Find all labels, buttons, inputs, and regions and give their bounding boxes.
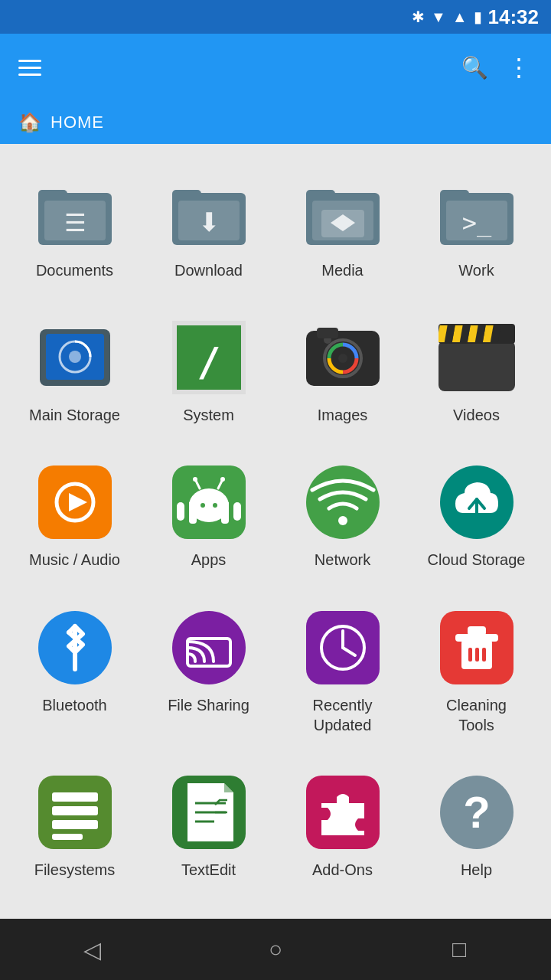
help-icon-wrapper: ? <box>439 774 515 851</box>
status-icons: ✱ ▼ ▲ ▮ 14:32 <box>412 5 539 29</box>
file-sharing-label: File Sharing <box>168 695 249 715</box>
hamburger-line-2 <box>18 67 41 69</box>
network-icon-wrapper <box>305 464 381 541</box>
home-button[interactable]: ○ <box>253 926 298 972</box>
more-options-button[interactable]: ⋮ <box>507 53 533 82</box>
grid-item-network[interactable]: Network <box>276 449 409 593</box>
grid-item-images[interactable]: Images <box>276 304 409 449</box>
grid-item-textedit[interactable]: TextEdit <box>142 759 276 903</box>
recents-button[interactable]: □ <box>436 926 482 972</box>
grid-item-help[interactable]: ? Help <box>409 759 543 903</box>
svg-rect-70 <box>468 626 486 635</box>
documents-icon-wrapper: ☰ <box>37 175 113 251</box>
media-folder-icon <box>305 179 381 247</box>
bottom-navigation: ◁ ○ □ <box>0 919 551 980</box>
search-button[interactable]: 🔍 <box>461 55 488 80</box>
help-icon: ? <box>440 776 514 849</box>
grid-item-main-storage[interactable]: Main Storage <box>8 304 142 449</box>
cloud-storage-label: Cloud Storage <box>428 550 526 570</box>
bluetooth-label: Bluetooth <box>42 695 107 715</box>
textedit-label: TextEdit <box>181 860 236 880</box>
svg-rect-48 <box>177 502 184 521</box>
add-ons-icon <box>306 776 380 849</box>
images-icon-wrapper <box>305 319 381 396</box>
time-display: 14:32 <box>488 5 540 29</box>
grid-item-add-ons[interactable]: Add-Ons <box>276 759 409 903</box>
grid-item-media[interactable]: Media <box>276 159 409 304</box>
filesystems-icon-wrapper <box>37 774 113 851</box>
file-sharing-icon-wrapper <box>171 609 247 686</box>
grid-item-cloud-storage[interactable]: Cloud Storage <box>409 449 543 593</box>
cloud-storage-icon-wrapper <box>439 464 515 541</box>
apps-icon <box>172 466 246 539</box>
grid-item-cleaning-tools[interactable]: CleaningTools <box>409 594 543 759</box>
svg-text:⬇: ⬇ <box>198 207 220 237</box>
svg-point-51 <box>213 503 217 508</box>
system-icon-wrapper: / <box>171 319 247 396</box>
videos-label: Videos <box>453 405 500 425</box>
hamburger-menu-button[interactable] <box>18 60 41 76</box>
recently-updated-label: RecentlyUpdated <box>313 695 373 735</box>
cleaning-tools-icon-wrapper <box>439 609 515 686</box>
textedit-icon-wrapper <box>171 774 247 851</box>
images-icon <box>306 323 380 392</box>
work-label: Work <box>458 260 494 280</box>
svg-rect-47 <box>221 513 229 524</box>
grid-item-bluetooth[interactable]: Bluetooth <box>8 594 142 759</box>
filesystems-icon <box>38 776 112 849</box>
add-ons-icon-wrapper <box>305 774 381 851</box>
music-audio-icon-wrapper <box>37 464 113 541</box>
music-audio-icon <box>38 466 112 539</box>
cloud-storage-icon <box>440 466 514 539</box>
svg-rect-72 <box>475 648 479 662</box>
recently-updated-icon <box>306 611 380 684</box>
svg-rect-78 <box>52 834 83 840</box>
download-icon-wrapper: ⬇ <box>171 175 247 251</box>
videos-icon <box>439 324 515 391</box>
textedit-icon <box>172 776 246 849</box>
main-storage-label: Main Storage <box>29 405 120 425</box>
grid-item-apps[interactable]: Apps <box>142 449 276 593</box>
grid-item-recently-updated[interactable]: RecentlyUpdated <box>276 594 409 759</box>
grid-item-documents[interactable]: ☰ Documents <box>8 159 142 304</box>
top-bar: 🔍 ⋮ <box>0 34 551 101</box>
grid-item-system[interactable]: / System <box>142 304 276 449</box>
download-folder-icon: ⬇ <box>171 179 247 247</box>
help-label: Help <box>461 860 492 880</box>
cleaning-tools-icon <box>440 611 514 684</box>
app-grid: ☰ Documents ⬇ Download Media <box>0 144 551 919</box>
download-label: Download <box>174 260 243 280</box>
recently-updated-icon-wrapper <box>305 609 381 686</box>
hamburger-line-1 <box>18 60 41 62</box>
svg-point-55 <box>220 477 225 482</box>
apps-label: Apps <box>191 550 227 570</box>
svg-text:>_: >_ <box>461 208 491 237</box>
music-audio-label: Music / Audio <box>29 550 120 570</box>
media-label: Media <box>321 260 363 280</box>
svg-point-54 <box>193 477 197 482</box>
svg-rect-49 <box>233 502 241 521</box>
grid-item-file-sharing[interactable]: File Sharing <box>142 594 276 759</box>
apps-icon-wrapper <box>171 464 247 541</box>
grid-item-work[interactable]: >_ Work <box>409 159 543 304</box>
grid-item-videos[interactable]: Videos <box>409 304 543 449</box>
svg-point-20 <box>69 351 81 363</box>
back-button[interactable]: ◁ <box>69 926 115 972</box>
main-storage-icon-wrapper <box>37 319 113 396</box>
svg-point-57 <box>338 516 347 525</box>
grid-item-filesystems[interactable]: Filesystems <box>8 759 142 903</box>
breadcrumb: 🏠 HOME <box>0 101 551 144</box>
bluetooth-icon-wrapper <box>37 609 113 686</box>
top-bar-right: 🔍 ⋮ <box>461 53 533 82</box>
media-icon-wrapper <box>305 175 381 251</box>
svg-rect-46 <box>189 513 197 524</box>
home-breadcrumb-icon: 🏠 <box>18 112 41 133</box>
svg-point-27 <box>338 354 347 363</box>
filesystems-label: Filesystems <box>34 860 116 880</box>
work-icon-wrapper: >_ <box>439 175 515 251</box>
grid-item-download[interactable]: ⬇ Download <box>142 159 276 304</box>
grid-item-music-audio[interactable]: Music / Audio <box>8 449 142 593</box>
images-label: Images <box>318 405 368 425</box>
hamburger-line-3 <box>18 74 41 76</box>
work-folder-icon: >_ <box>439 179 515 247</box>
